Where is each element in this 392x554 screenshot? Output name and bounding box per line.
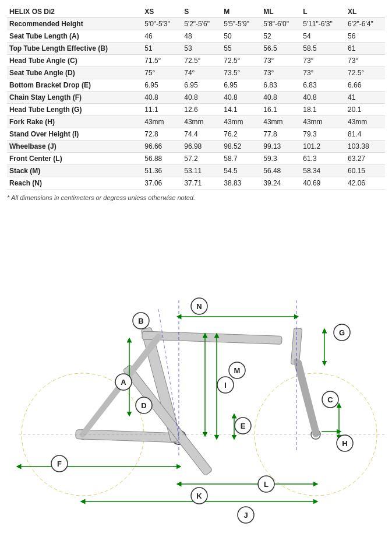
svg-text:B: B (138, 317, 143, 325)
cell-1-0: 46 (142, 30, 182, 43)
table-header: HELIX OS Di2XSSMMLLXL (7, 6, 385, 18)
cell-9-1: 74.4 (182, 128, 221, 141)
cell-10-1: 96.98 (182, 141, 221, 153)
cell-3-2: 72.5° (221, 55, 261, 67)
table-row: Chain Stay Length (F)40.840.840.840.840.… (7, 92, 385, 104)
cell-2-0: 51 (142, 43, 182, 55)
cell-13-5: 42.06 (345, 177, 385, 190)
table-row: Fork Rake (H)43mm43mm43mm43mm43mm43mm (7, 116, 385, 128)
cell-12-0: 51.36 (142, 165, 182, 177)
cell-10-5: 103.38 (345, 141, 385, 153)
row-label-1: Seat Tube Length (A) (7, 30, 142, 43)
cell-6-5: 41 (345, 92, 385, 104)
geometry-table: HELIX OS Di2XSSMMLLXL Recommended Height… (7, 6, 385, 190)
row-label-10: Wheelbase (J) (7, 141, 142, 153)
cell-1-1: 48 (182, 30, 221, 43)
cell-5-1: 6.95 (182, 79, 221, 92)
svg-text:L: L (264, 480, 269, 489)
cell-13-3: 39.24 (261, 177, 301, 190)
cell-0-0: 5'0"-5'3" (142, 18, 182, 30)
cell-12-1: 53.11 (182, 165, 221, 177)
cell-11-1: 57.2 (182, 153, 221, 165)
cell-3-4: 73° (301, 55, 345, 67)
cell-1-2: 50 (221, 30, 261, 43)
cell-10-0: 96.66 (142, 141, 182, 153)
table-row: Wheelbase (J)96.6696.9898.5299.13101.210… (7, 141, 385, 153)
page-container: HELIX OS Di2XSSMMLLXL Recommended Height… (0, 0, 392, 541)
cell-7-0: 11.1 (142, 104, 182, 116)
cell-9-4: 79.3 (301, 128, 345, 141)
cell-4-0: 75° (142, 67, 182, 79)
cell-0-4: 5'11"-6'3" (301, 18, 345, 30)
svg-text:C: C (327, 395, 333, 404)
cell-13-4: 40.69 (301, 177, 345, 190)
table-row: Front Center (L)56.8857.258.759.361.363.… (7, 153, 385, 165)
row-label-6: Chain Stay Length (F) (7, 92, 142, 104)
cell-13-0: 37.06 (142, 177, 182, 190)
cell-4-3: 73° (261, 67, 301, 79)
cell-11-5: 63.27 (345, 153, 385, 165)
header-row: HELIX OS Di2XSSMMLLXL (7, 6, 385, 18)
row-label-7: Head Tube Length (G) (7, 104, 142, 116)
svg-text:F: F (57, 460, 62, 468)
cell-2-1: 53 (182, 43, 221, 55)
row-label-3: Head Tube Angle (C) (7, 55, 142, 67)
row-label-2: Top Tube Length Effective (B) (7, 43, 142, 55)
col-header-ml: ML (261, 6, 301, 18)
cell-9-5: 81.4 (345, 128, 385, 141)
cell-5-2: 6.95 (221, 79, 261, 92)
col-header-label: HELIX OS Di2 (7, 6, 142, 18)
table-row: Stand Over Height (I)72.874.476.277.879.… (7, 128, 385, 141)
table-row: Recommended Height5'0"-5'3"5'2"-5'6"5'5"… (7, 18, 385, 30)
cell-0-1: 5'2"-5'6" (182, 18, 221, 30)
svg-text:I: I (224, 381, 227, 390)
cell-7-2: 14.1 (221, 104, 261, 116)
table-row: Head Tube Length (G)11.112.614.116.118.1… (7, 104, 385, 116)
col-header-l: L (301, 6, 345, 18)
row-label-12: Stack (M) (7, 165, 142, 177)
svg-rect-0 (7, 207, 392, 534)
cell-3-3: 73° (261, 55, 301, 67)
table-row: Bottom Bracket Drop (E)6.956.956.956.836… (7, 79, 385, 92)
cell-11-4: 61.3 (301, 153, 345, 165)
row-label-5: Bottom Bracket Drop (E) (7, 79, 142, 92)
table-row: Seat Tube Angle (D)75°74°73.5°73°73°72.5… (7, 67, 385, 79)
svg-text:H: H (342, 439, 347, 448)
cell-8-4: 43mm (301, 116, 345, 128)
svg-text:D: D (141, 401, 146, 410)
cell-4-5: 72.5° (345, 67, 385, 79)
svg-text:M: M (234, 366, 241, 375)
cell-1-4: 54 (301, 30, 345, 43)
cell-13-2: 38.83 (221, 177, 261, 190)
cell-8-0: 43mm (142, 116, 182, 128)
cell-11-3: 59.3 (261, 153, 301, 165)
cell-0-2: 5'5"-5'9" (221, 18, 261, 30)
cell-4-4: 73° (301, 67, 345, 79)
cell-5-0: 6.95 (142, 79, 182, 92)
table-row: Stack (M)51.3653.1154.556.4858.3460.15 (7, 165, 385, 177)
svg-text:A: A (121, 378, 126, 387)
cell-9-3: 77.8 (261, 128, 301, 141)
cell-6-4: 40.8 (301, 92, 345, 104)
cell-1-3: 52 (261, 30, 301, 43)
svg-text:E: E (241, 422, 246, 430)
cell-12-4: 58.34 (301, 165, 345, 177)
cell-5-4: 6.83 (301, 79, 345, 92)
cell-10-4: 101.2 (301, 141, 345, 153)
row-label-0: Recommended Height (7, 18, 142, 30)
cell-12-3: 56.48 (261, 165, 301, 177)
row-label-11: Front Center (L) (7, 153, 142, 165)
cell-10-3: 99.13 (261, 141, 301, 153)
cell-2-3: 56.5 (261, 43, 301, 55)
cell-9-2: 76.2 (221, 128, 261, 141)
cell-2-4: 58.5 (301, 43, 345, 55)
cell-5-5: 6.66 (345, 79, 385, 92)
cell-3-5: 73° (345, 55, 385, 67)
svg-text:J: J (243, 511, 248, 520)
cell-0-5: 6'2"-6'4" (345, 18, 385, 30)
cell-0-3: 5'8"-6'0" (261, 18, 301, 30)
row-label-8: Fork Rake (H) (7, 116, 142, 128)
col-header-xl: XL (345, 6, 385, 18)
cell-6-3: 40.8 (261, 92, 301, 104)
cell-3-0: 71.5° (142, 55, 182, 67)
